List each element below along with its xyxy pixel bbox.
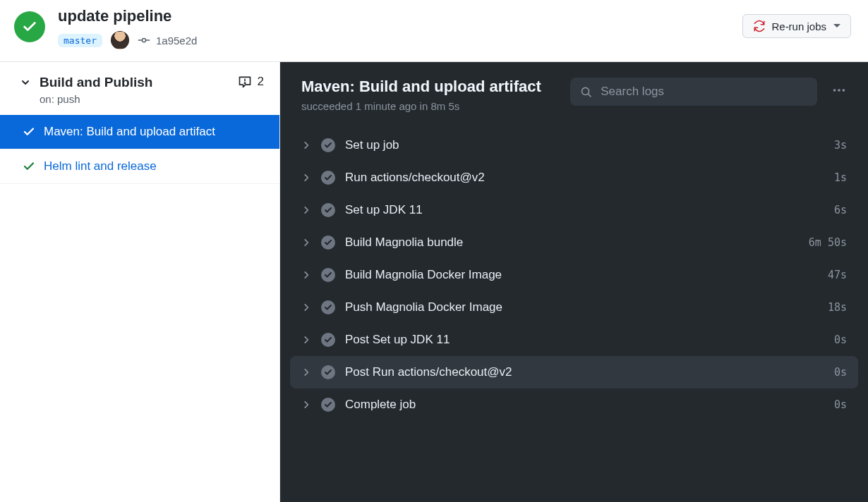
step-duration: 6m 50s [809,236,847,249]
step-duration: 0s [834,333,847,346]
job-heading-block: Maven: Build and upload artifact succeed… [301,78,541,112]
annotation-count-value: 2 [258,75,264,89]
log-header-right [570,78,851,106]
step-row[interactable]: Set up JDK 116s [290,194,858,226]
commit-icon [138,34,150,47]
step-row[interactable]: Push Magnolia Docker Image18s [290,291,858,324]
svg-point-9 [843,89,845,92]
check-icon [23,160,35,173]
workflow-title-row[interactable]: Build and Publish [20,75,152,90]
step-name: Set up JDK 11 [345,203,824,217]
step-duration: 0s [834,398,847,411]
chevron-right-icon [301,335,311,345]
job-subtext: succeeded 1 minute ago in 8m 5s [301,100,541,112]
step-success-icon [321,333,335,347]
search-icon [580,85,592,99]
step-row[interactable]: Build Magnolia bundle6m 50s [290,226,858,259]
step-list: Set up job3sRun actions/checkout@v21sSet… [280,125,868,421]
step-name: Post Run actions/checkout@v2 [345,365,824,379]
chevron-right-icon [301,400,311,410]
log-panel: Maven: Build and upload artifact succeed… [280,62,868,502]
step-name: Complete job [345,398,824,412]
step-success-icon [321,398,335,412]
body: Build and Publish on: push 2 Maven: Buil… [0,62,868,502]
run-meta-row: master 1a95e2d [58,31,197,49]
step-duration: 3s [834,139,847,152]
step-row[interactable]: Post Set up JDK 110s [290,324,858,356]
step-row[interactable]: Post Run actions/checkout@v20s [290,356,858,388]
run-title: update pipeline [58,7,197,25]
step-success-icon [321,300,335,314]
annotation-icon [238,75,252,89]
chevron-right-icon [301,205,311,215]
job-list: Maven: Build and upload artifactHelm lin… [0,115,279,184]
chevron-right-icon [301,367,311,377]
step-row[interactable]: Run actions/checkout@v21s [290,161,858,194]
step-row[interactable]: Set up job3s [290,129,858,161]
step-name: Set up job [345,138,824,152]
rerun-jobs-label: Re-run jobs [771,20,826,32]
step-success-icon [321,365,335,379]
search-logs-wrap[interactable] [570,78,817,106]
svg-point-8 [838,89,840,92]
step-name: Build Magnolia bundle [345,235,799,250]
job-item[interactable]: Helm lint and release [0,149,279,184]
step-success-icon [321,268,335,282]
title-block: update pipeline master 1a95e2d [58,7,197,49]
commit-info[interactable]: 1a95e2d [138,34,197,47]
rerun-jobs-button[interactable]: Re-run jobs [742,14,851,38]
step-duration: 6s [834,204,847,216]
job-heading: Maven: Build and upload artifact [301,78,541,96]
workflow-header: Build and Publish on: push 2 [0,62,279,115]
chevron-down-icon [20,77,31,88]
chevron-right-icon [301,238,311,247]
log-panel-header: Maven: Build and upload artifact succeed… [280,62,868,125]
step-duration: 18s [828,301,847,314]
run-status-success-icon [14,11,45,42]
step-duration: 47s [828,269,847,281]
branch-pill[interactable]: master [58,34,102,47]
job-item[interactable]: Maven: Build and upload artifact [0,115,279,149]
step-duration: 0s [834,366,847,379]
job-item-label: Maven: Build and upload artifact [44,125,215,139]
step-name: Build Magnolia Docker Image [345,268,818,282]
step-name: Post Set up JDK 11 [345,333,824,347]
chevron-right-icon [301,140,311,150]
step-success-icon [321,235,335,250]
step-duration: 1s [834,171,847,184]
svg-point-4 [244,82,245,83]
author-avatar[interactable] [111,31,129,49]
step-name: Push Magnolia Docker Image [345,300,818,314]
chevron-right-icon [301,302,311,312]
job-item-label: Helm lint and release [44,159,157,173]
commit-sha: 1a95e2d [156,35,197,47]
chevron-right-icon [301,173,311,183]
log-options-kebab[interactable] [827,78,851,105]
step-row[interactable]: Complete job0s [290,388,858,421]
run-header: update pipeline master 1a95e2d Re-run jo… [0,0,868,62]
workflow-name: Build and Publish [40,75,152,90]
workflow-trigger: on: push [40,93,152,105]
workflow-title-block: Build and Publish on: push [20,75,152,105]
svg-point-0 [142,38,145,42]
annotation-count[interactable]: 2 [238,75,264,89]
sync-icon [753,20,766,32]
step-success-icon [321,203,335,217]
header-left: update pipeline master 1a95e2d [14,7,197,49]
caret-down-icon [833,23,840,30]
check-icon [23,126,35,138]
step-success-icon [321,138,335,152]
sidebar: Build and Publish on: push 2 Maven: Buil… [0,62,280,502]
search-logs-input[interactable] [601,85,807,99]
kebab-icon [831,82,847,98]
step-name: Run actions/checkout@v2 [345,171,824,185]
svg-line-6 [589,94,591,97]
step-success-icon [321,171,335,185]
chevron-right-icon [301,270,311,280]
svg-point-7 [833,89,836,92]
step-row[interactable]: Build Magnolia Docker Image47s [290,259,858,291]
